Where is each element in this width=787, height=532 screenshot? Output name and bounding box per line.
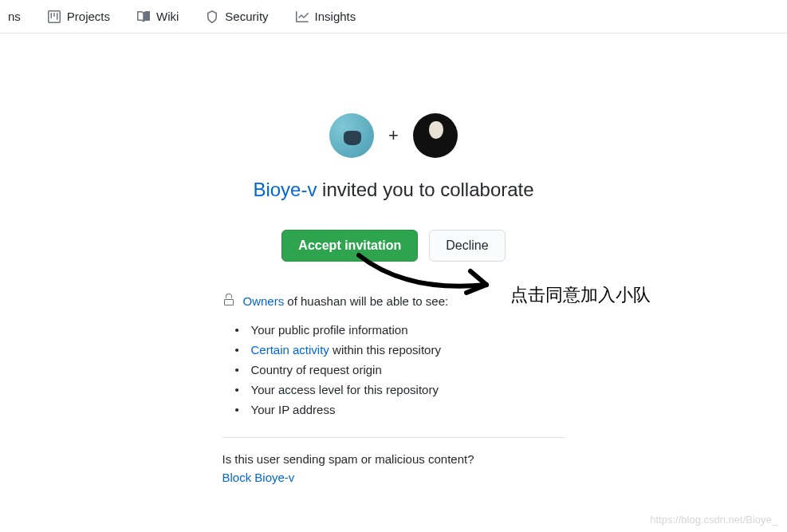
owners-rest: of huashan will be able to see: — [284, 294, 448, 308]
spam-block: Is this user sending spam or malicious c… — [222, 452, 565, 484]
projects-icon — [48, 10, 61, 23]
avatar-inviter — [329, 113, 374, 158]
invitation-main: + Bioye-v invited you to collaborate Acc… — [0, 33, 787, 484]
decline-button[interactable]: Decline — [429, 230, 505, 262]
nav-tab-label: Wiki — [156, 10, 179, 23]
nav-tab-wiki[interactable]: Wiki — [137, 10, 179, 23]
info-block: Owners of huashan will be able to see: Y… — [222, 294, 565, 484]
nav-tab-label: Insights — [315, 10, 356, 23]
nav-tab-label: Projects — [67, 10, 110, 23]
plus-icon: + — [388, 125, 399, 146]
lock-icon — [222, 294, 235, 309]
nav-tabs: ns Projects Wiki Security Insights — [0, 0, 787, 33]
list-item: Your IP address — [242, 400, 565, 420]
accept-button[interactable]: Accept invitation — [281, 230, 418, 262]
certain-activity-link[interactable]: Certain activity — [251, 343, 329, 357]
block-user-link[interactable]: Block Bioye-v — [222, 471, 565, 484]
invite-title-suffix: invited you to collaborate — [317, 179, 533, 200]
insights-icon — [296, 10, 309, 23]
avatar-row: + — [329, 113, 458, 158]
invite-title: Bioye-v invited you to collaborate — [253, 179, 533, 201]
info-list: Your public profile information Certain … — [222, 320, 565, 420]
avatar-you — [413, 113, 458, 158]
spam-question: Is this user sending spam or malicious c… — [222, 452, 565, 466]
list-item: Country of request origin — [242, 360, 565, 380]
nav-tab-insights[interactable]: Insights — [296, 10, 356, 23]
nav-tab-projects[interactable]: Projects — [48, 10, 110, 23]
list-item: Your public profile information — [242, 320, 565, 340]
security-icon — [206, 10, 218, 23]
annotation-text: 点击同意加入小队 — [510, 283, 651, 307]
list-item: Certain activity within this repository — [242, 340, 565, 360]
inviter-link[interactable]: Bioye-v — [253, 179, 317, 200]
wiki-icon — [137, 10, 150, 23]
nav-tab-cut: ns — [8, 10, 21, 23]
nav-tab-label: Security — [225, 10, 268, 23]
button-row: Accept invitation Decline — [281, 230, 505, 262]
watermark: https://blog.csdn.net/Bioye_ — [650, 514, 777, 526]
owners-link[interactable]: Owners — [243, 294, 285, 308]
nav-tab-security[interactable]: Security — [206, 10, 268, 23]
list-item: Your access level for this repository — [242, 380, 565, 400]
divider — [222, 437, 565, 438]
